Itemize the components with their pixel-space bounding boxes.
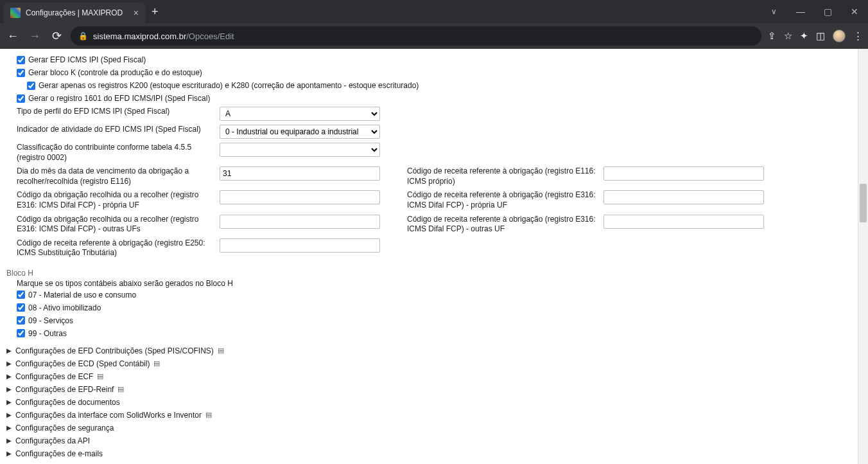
- browser-toolbar: ← → ⟳ 🔒 sistema.maxiprod.com.br/Opcoes/E…: [0, 23, 868, 49]
- browser-tab[interactable]: Configurações | MAXIPROD ×: [4, 3, 145, 23]
- close-tab-icon[interactable]: ×: [134, 8, 139, 18]
- bloco-h-item-label: 08 - Ativo imobilizado: [28, 303, 101, 312]
- doc-icon: ▤: [218, 346, 224, 355]
- collapsed-section-label: Configurações de EFD Contribuições (Sped…: [15, 346, 214, 355]
- bloco-h-item-checkbox[interactable]: [17, 290, 25, 299]
- cod-e316-outras-label: Código da obrigação recolhida ou a recol…: [17, 215, 216, 235]
- avatar[interactable]: [833, 30, 846, 42]
- collapsed-section[interactable]: ▶ Configurações de EFD Contribuições (Sp…: [6, 344, 851, 357]
- cod-e316-propria-label: Código da obrigação recolhida ou a recol…: [17, 190, 216, 210]
- tipo-perfil-select[interactable]: A: [220, 107, 380, 121]
- collapsed-section[interactable]: ▶ Configurações de ECF ▤: [6, 370, 851, 383]
- caret-right-icon: ▶: [6, 360, 12, 367]
- scrollbar[interactable]: [858, 49, 868, 464]
- cod-e316-propria-r-label: Código de receita referente à obrigação …: [407, 190, 600, 210]
- collapsed-section-label: Configurações da interface com SolidWork…: [15, 411, 202, 420]
- cod-e316-outras-r-label: Código de receita referente à obrigação …: [407, 215, 600, 235]
- cod-e116-label: Código de receita referente à obrigação …: [407, 166, 600, 186]
- tipo-perfil-label: Tipo de perfil do EFD ICMS IPI (Sped Fis…: [17, 107, 216, 117]
- forward-icon[interactable]: →: [27, 30, 42, 43]
- bloco-h-item-label: 99 - Outras: [28, 329, 67, 338]
- doc-icon: ▤: [117, 385, 124, 393]
- collapsed-section-label: Configurações de EFD-Reinf: [15, 385, 114, 394]
- bloco-h-item-label: 07 - Material de uso e consumo: [28, 290, 136, 299]
- page-content: Gerar EFD ICMS IPI (Sped Fiscal) Gerar b…: [0, 49, 858, 464]
- window-titlebar: Configurações | MAXIPROD × + ∨ — ▢ ✕: [0, 0, 868, 23]
- cod-e316-propria-r-input[interactable]: [603, 190, 764, 204]
- caret-right-icon: ▶: [6, 398, 12, 406]
- bloco-h-item-checkbox[interactable]: [17, 329, 25, 337]
- star-icon[interactable]: ☆: [784, 30, 792, 42]
- cod-e316-propria-input[interactable]: [220, 190, 380, 204]
- gerar-1601-checkbox[interactable]: [17, 94, 25, 103]
- share-icon[interactable]: ⇪: [768, 30, 776, 42]
- bloco-h-subtitle: Marque se os tipos contábeis abaixo serã…: [17, 279, 851, 288]
- menu-icon[interactable]: ⋮: [853, 30, 863, 42]
- gerar-k200-checkbox[interactable]: [27, 82, 35, 90]
- address-bar[interactable]: 🔒 sistema.maxiprod.com.br/Opcoes/Edit: [71, 26, 761, 46]
- minimize-icon[interactable]: —: [787, 6, 814, 17]
- collapsed-section-label: Configurações de segurança: [15, 424, 114, 433]
- caret-right-icon: ▶: [6, 386, 12, 393]
- collapsed-section[interactable]: ▶ Configurações de documentos: [6, 396, 851, 409]
- gerar-k200-label: Gerar apenas os registros K200 (estoque …: [39, 81, 419, 90]
- url-host: sistema.maxiprod.com.br: [93, 31, 186, 41]
- cod-e316-outras-input[interactable]: [220, 215, 380, 229]
- bloco-h-item-checkbox[interactable]: [17, 303, 25, 312]
- reload-icon[interactable]: ⟳: [49, 29, 64, 43]
- back-icon[interactable]: ←: [5, 30, 21, 43]
- dia-venc-input[interactable]: [220, 166, 380, 181]
- collapsed-section-label: Configurações da API: [15, 436, 90, 445]
- collapsed-section[interactable]: ▶ Configurações de ECD (Sped Contábil) ▤: [6, 357, 851, 370]
- indicador-label: Indicador de atividade do EFD ICMS IPI (…: [17, 125, 216, 135]
- caret-right-icon: ▶: [6, 424, 12, 431]
- doc-icon: ▤: [153, 359, 160, 368]
- gerar-efd-label: Gerar EFD ICMS IPI (Sped Fiscal): [28, 55, 146, 64]
- gerar-bloco-k-checkbox[interactable]: [17, 69, 25, 77]
- doc-icon: ▤: [205, 411, 212, 419]
- window-controls: ∨ — ▢ ✕: [760, 0, 868, 23]
- caret-right-icon: ▶: [6, 347, 12, 354]
- bloco-h-item-label: 09 - Serviços: [28, 316, 73, 325]
- gerar-efd-checkbox[interactable]: [17, 56, 25, 64]
- bloco-h-title: Bloco H: [6, 269, 851, 278]
- close-window-icon[interactable]: ✕: [841, 6, 868, 17]
- caret-right-icon: ▶: [6, 450, 12, 457]
- chevron-down-icon[interactable]: ∨: [760, 7, 787, 16]
- gerar-1601-label: Gerar o registro 1601 do EFD ICMS/IPI (S…: [28, 94, 210, 103]
- lock-icon: 🔒: [78, 31, 88, 40]
- doc-icon: ▤: [97, 372, 103, 380]
- gerar-bloco-k-label: Gerar bloco K (controle da produção e do…: [28, 68, 202, 77]
- indicador-select[interactable]: 0 - Industrial ou equiparado a industria…: [220, 125, 380, 139]
- collapsed-section-label: Configurações de ECF: [15, 372, 93, 381]
- cod-e250-label: Código de receita referente à obrigação …: [17, 238, 216, 258]
- collapsed-section[interactable]: ▶ Configurações da interface com SolidWo…: [6, 409, 851, 422]
- classificacao-select[interactable]: [220, 143, 380, 157]
- url-path: /Opcoes/Edit: [186, 31, 234, 41]
- extensions-icon[interactable]: ✦: [800, 30, 808, 42]
- cod-e116-input[interactable]: [603, 166, 764, 181]
- collapsed-section-label: Configurações de ECD (Sped Contábil): [15, 359, 150, 368]
- reading-list-icon[interactable]: ◫: [816, 30, 825, 42]
- bloco-h-item-checkbox[interactable]: [17, 316, 25, 325]
- collapsed-section[interactable]: ▶ Configurações de segurança: [6, 422, 851, 434]
- maximize-icon[interactable]: ▢: [814, 6, 841, 17]
- caret-right-icon: ▶: [6, 411, 12, 418]
- caret-right-icon: ▶: [6, 373, 12, 380]
- scrollbar-thumb[interactable]: [860, 184, 867, 222]
- cod-e250-input[interactable]: [220, 238, 380, 253]
- collapsed-section-label: Configurações de documentos: [15, 398, 120, 407]
- dia-venc-label: Dia do mês da data de vencimento da obri…: [17, 166, 216, 186]
- caret-right-icon: ▶: [6, 437, 12, 444]
- collapsed-section[interactable]: ▶ Configurações de EFD-Reinf ▤: [6, 383, 851, 396]
- new-tab-button[interactable]: +: [145, 0, 165, 23]
- favicon-icon: [10, 8, 21, 18]
- tab-title: Configurações | MAXIPROD: [26, 8, 128, 17]
- collapsed-section[interactable]: ▶ Configurações da API: [6, 434, 851, 447]
- classificacao-label: Classificação do contribuinte conforme t…: [17, 143, 216, 163]
- collapsed-section-label: Configurações de e-mails: [15, 449, 103, 458]
- collapsed-section[interactable]: ▶ Configurações de e-mails: [6, 447, 851, 460]
- cod-e316-outras-r-input[interactable]: [603, 215, 764, 229]
